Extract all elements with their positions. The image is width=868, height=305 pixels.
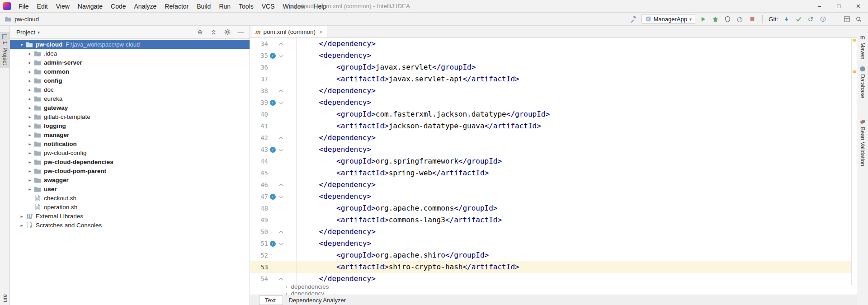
editor-line-40[interactable]: 40 <groupId>com.fasterxml.jackson.dataty… <box>250 108 851 120</box>
editor-area[interactable]: 34 </dependency> 35 <dependency> 36 <gro… <box>250 38 857 285</box>
code-text[interactable]: </dependency> <box>296 273 376 285</box>
code-text[interactable]: </dependency> <box>296 179 376 191</box>
editor-line-44[interactable]: 44 <groupId>org.springframework</groupId… <box>250 155 851 167</box>
editor-line-39[interactable]: 39 <dependency> <box>250 97 851 108</box>
editor-line-51[interactable]: 51 <dependency> <box>250 238 851 249</box>
project-item-admin-server[interactable]: ▸ admin-server <box>10 58 250 67</box>
fold-marker-icon[interactable] <box>277 50 285 61</box>
editor-line-35[interactable]: 35 <dependency> <box>250 50 851 61</box>
expand-arrow-icon[interactable]: ▸ <box>18 223 25 228</box>
project-item-manager[interactable]: ▸ manager <box>10 130 250 139</box>
git-update-project-button[interactable] <box>782 15 790 23</box>
editor-line-53[interactable]: 53 <artifactId>shiro-crypto-hash</artifa… <box>250 261 851 273</box>
menu-item-file[interactable]: File <box>14 0 33 12</box>
fold-marker-icon[interactable] <box>277 191 285 202</box>
fold-marker-icon[interactable] <box>277 238 285 249</box>
editor-line-54[interactable]: 54 </dependency> <box>250 273 851 285</box>
maven-gutter-icon[interactable] <box>268 144 277 155</box>
editor-line-49[interactable]: 49 <artifactId>commons-lang3</artifactId… <box>250 214 851 226</box>
project-item-pw-cloud-config[interactable]: ▸ pw-cloud-config <box>10 148 250 157</box>
run-with-coverage-button[interactable] <box>724 15 732 23</box>
expand-arrow-icon[interactable]: ▸ <box>26 160 33 164</box>
menu-item-code[interactable]: Code <box>107 0 130 12</box>
fold-marker-icon[interactable] <box>277 144 285 155</box>
run-button[interactable] <box>699 15 708 23</box>
warning-stripe-mark[interactable] <box>853 70 856 73</box>
code-text[interactable]: <artifactId>commons-lang3</artifactId> <box>296 214 502 226</box>
menu-item-analyze[interactable]: Analyze <box>130 0 161 12</box>
hide-panel-icon[interactable]: — <box>237 29 244 36</box>
code-text[interactable]: <artifactId>javax.servlet-api</artifactI… <box>296 73 519 85</box>
project-item-notification[interactable]: ▸ notification <box>10 139 250 148</box>
history-button[interactable] <box>819 15 827 23</box>
expand-arrow-icon[interactable]: ▸ <box>26 187 33 192</box>
expand-arrow-icon[interactable]: ▸ <box>26 123 33 128</box>
editor-line-43[interactable]: 43 <dependency> <box>250 144 851 155</box>
close-button[interactable]: × <box>849 0 868 12</box>
expand-arrow-icon[interactable]: ▸ <box>26 60 33 65</box>
editor-line-34[interactable]: 34 </dependency> <box>250 38 851 50</box>
bottom-tab-text[interactable]: Text <box>259 296 283 305</box>
fold-marker-icon[interactable] <box>277 85 285 97</box>
fold-marker-icon[interactable] <box>277 226 285 238</box>
fold-marker-icon[interactable] <box>277 132 285 144</box>
code-text[interactable]: <groupId>org.apache.commons</groupId> <box>296 202 497 214</box>
minimize-button[interactable]: – <box>810 0 829 12</box>
tool-stripe-bean-validation[interactable]: Bean Validation <box>859 117 866 168</box>
code-text[interactable]: </dependency> <box>296 38 376 50</box>
profiler-button[interactable] <box>736 15 744 23</box>
chevron-down-icon[interactable]: ▾ <box>38 30 40 35</box>
gear-icon[interactable] <box>224 29 231 36</box>
expand-arrow-icon[interactable]: ▸ <box>26 132 33 137</box>
project-item-external-libraries[interactable]: ▸ External Libraries <box>10 211 250 221</box>
project-item-pw-cloud-pom-parent[interactable]: ▸ pw-cloud-pom-parent <box>10 166 250 175</box>
code-text[interactable]: </dependency> <box>296 226 376 238</box>
tool-stripe-database[interactable]: Database <box>859 65 866 100</box>
project-item-gateway[interactable]: ▸ gateway <box>10 103 250 112</box>
maximize-button[interactable]: □ <box>829 0 849 12</box>
maven-gutter-icon[interactable] <box>268 238 277 249</box>
fold-marker-icon[interactable] <box>277 108 285 120</box>
build-hammer-icon[interactable] <box>629 15 637 23</box>
fold-marker-icon[interactable] <box>277 273 285 285</box>
project-item-config[interactable]: ▸ config <box>10 76 250 85</box>
tool-stripe-structure[interactable]: ure <box>0 294 9 302</box>
code-text[interactable]: <groupId>org.springframework</groupId> <box>296 155 502 167</box>
collapse-all-icon[interactable] <box>210 29 217 36</box>
code-text[interactable]: <dependency> <box>296 97 371 108</box>
debug-button[interactable] <box>712 15 720 23</box>
locate-file-icon[interactable]: ⊕ <box>197 29 203 36</box>
editor-line-50[interactable]: 50 </dependency> <box>250 226 851 238</box>
tab-close-icon[interactable]: × <box>319 28 323 36</box>
editor-line-48[interactable]: 48 <groupId>org.apache.commons</groupId> <box>250 202 851 214</box>
editor-line-37[interactable]: 37 <artifactId>javax.servlet-api</artifa… <box>250 73 851 85</box>
search-everywhere-icon[interactable] <box>854 15 863 23</box>
code-text[interactable]: <groupId>org.apache.shiro</groupId> <box>296 249 489 261</box>
window-layout-icon[interactable] <box>843 15 851 23</box>
tool-stripe-maven[interactable]: Maven <box>859 33 866 61</box>
fold-marker-icon[interactable] <box>277 61 285 73</box>
code-text[interactable]: <dependency> <box>296 50 371 61</box>
expand-arrow-icon[interactable]: ▾ <box>18 42 25 47</box>
git-rollback-button[interactable]: ↺ <box>807 15 815 23</box>
editor-line-36[interactable]: 36 <groupId>javax.servlet</groupId> <box>250 61 851 73</box>
project-item-logging[interactable]: ▸ logging <box>10 121 250 130</box>
expand-arrow-icon[interactable]: ▸ <box>26 105 33 110</box>
breadcrumb[interactable]: pw-cloud <box>4 16 39 23</box>
project-item-checkout-sh[interactable]: checkout.sh <box>10 193 250 202</box>
expand-arrow-icon[interactable]: ▸ <box>26 78 33 83</box>
project-item-swagger[interactable]: ▸ swagger <box>10 175 250 184</box>
project-item-common[interactable]: ▸ common <box>10 67 250 76</box>
expand-arrow-icon[interactable]: ▸ <box>26 51 33 56</box>
expand-arrow-icon[interactable]: ▸ <box>18 214 25 219</box>
project-item--idea[interactable]: ▸ .idea <box>10 49 250 58</box>
fold-marker-icon[interactable] <box>277 120 285 132</box>
run-configuration-select[interactable]: ManagerApp ▾ <box>642 14 695 24</box>
fold-marker-icon[interactable] <box>277 73 285 85</box>
expand-arrow-icon[interactable]: ▸ <box>26 150 33 155</box>
fold-marker-icon[interactable] <box>277 167 285 179</box>
code-text[interactable]: <groupId>com.fasterxml.jackson.datatype<… <box>296 108 550 120</box>
code-text[interactable]: <artifactId>spring-web</artifactId> <box>296 167 489 179</box>
editor-line-47[interactable]: 47 <dependency> <box>250 191 851 202</box>
fold-marker-icon[interactable] <box>277 179 285 191</box>
